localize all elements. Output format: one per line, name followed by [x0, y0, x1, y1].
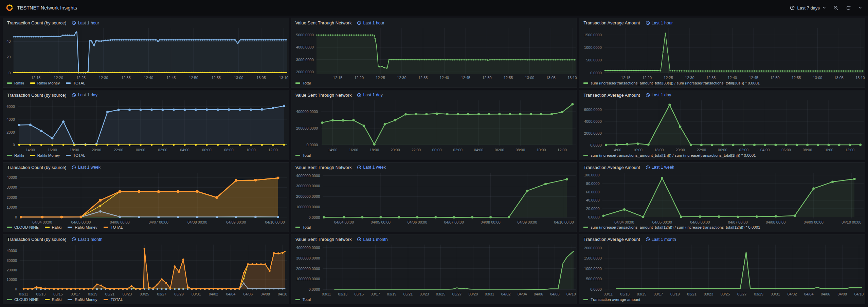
- panel: Transaction Count (by source)Last 1 day0…: [3, 90, 289, 160]
- svg-text:03/11: 03/11: [19, 292, 28, 296]
- legend-item[interactable]: TOTAL: [66, 153, 85, 157]
- legend-item[interactable]: sum (increase(transactions_amount_total[…: [583, 81, 760, 85]
- panel-timerange-link[interactable]: Last 1 hour: [72, 21, 99, 25]
- legend-item[interactable]: TOTAL: [104, 298, 123, 302]
- grafana-logo[interactable]: [6, 4, 13, 11]
- chart-area[interactable]: 020004000600014:0016:0018:0020:0022:0000…: [3, 98, 289, 153]
- svg-text:04/08: 04/08: [550, 292, 560, 296]
- zoom-out-icon: [833, 5, 838, 11]
- panel-header[interactable]: Transaction Average AmountLast 1 month: [579, 234, 865, 242]
- svg-text:03/19: 03/19: [88, 292, 97, 296]
- chart-area[interactable]: 0.00001000000.00002000000.00003000000.00…: [291, 170, 577, 225]
- legend-item[interactable]: Rafiki: [7, 153, 24, 157]
- panel: Value Sent Through NetworkLast 1 day0.00…: [291, 90, 577, 160]
- panel-legend: Total: [291, 153, 577, 160]
- legend-item[interactable]: Total: [295, 298, 311, 302]
- legend-item[interactable]: sum (increase(transactions_amount_total[…: [583, 153, 756, 157]
- svg-text:16:00: 16:00: [633, 148, 643, 152]
- svg-text:2000000.0000: 2000000.0000: [296, 194, 320, 198]
- panel-timerange-label: Last 1 hour: [363, 21, 384, 25]
- panel: Value Sent Through NetworkLast 1 week0.0…: [291, 162, 577, 232]
- chart-area[interactable]: 0.0000200000.0000400000.000014:0016:0018…: [291, 98, 577, 153]
- svg-text:03/31: 03/31: [192, 292, 201, 296]
- panel-title: Transaction Average Amount: [583, 165, 640, 170]
- panel: Transaction Average AmountLast 1 hour0.0…: [579, 18, 865, 88]
- chart-area[interactable]: 0.000020.000040.000060.000080.0000100.00…: [579, 170, 865, 225]
- panel-timerange-link[interactable]: Last 1 day: [646, 93, 671, 97]
- time-range-picker[interactable]: Last 7 days: [790, 5, 826, 11]
- panel-timerange-link[interactable]: Last 1 week: [646, 165, 674, 170]
- panel-header[interactable]: Transaction Count (by source)Last 1 day: [3, 90, 289, 98]
- svg-text:08:00: 08:00: [224, 148, 234, 152]
- legend-item[interactable]: Rafiki: [45, 298, 62, 302]
- legend-item[interactable]: Rafiki Money: [68, 298, 97, 302]
- chart-area[interactable]: 0.0000500.00001000.00001500.00002000.000…: [579, 242, 865, 297]
- legend-item[interactable]: Transaction average amount: [583, 298, 640, 302]
- panel-timerange-link[interactable]: Last 1 week: [72, 165, 101, 170]
- legend-label: Total: [303, 298, 311, 302]
- chart-area[interactable]: 01000020000300004000003/1103/1303/1503/1…: [3, 242, 289, 297]
- chart-area[interactable]: 2000.00003000.00004000.00005000.000012:1…: [291, 25, 577, 81]
- legend-item[interactable]: Rafiki: [45, 225, 62, 229]
- legend-item[interactable]: CLOUD-NINE: [7, 225, 39, 229]
- panel-header[interactable]: Value Sent Through NetworkLast 1 hour: [291, 18, 577, 25]
- legend-item[interactable]: Rafiki Money: [30, 81, 60, 85]
- panel-grid: Transaction Count (by source)Last 1 hour…: [0, 16, 868, 307]
- chevron-down-icon: [822, 6, 826, 9]
- panel-header[interactable]: Transaction Count (by source)Last 1 hour: [3, 18, 289, 25]
- legend-swatch: [30, 82, 35, 84]
- svg-text:12:50: 12:50: [770, 76, 780, 80]
- legend-item[interactable]: Rafiki Money: [30, 153, 60, 157]
- svg-text:04/10: 04/10: [566, 292, 576, 296]
- legend-item[interactable]: TOTAL: [66, 81, 85, 85]
- legend-item[interactable]: Rafiki Money: [68, 225, 97, 229]
- svg-text:04/04 00:00: 04/04 00:00: [334, 220, 354, 224]
- svg-text:08:00: 08:00: [803, 148, 812, 152]
- panel-timerange-link[interactable]: Last 1 day: [72, 93, 97, 97]
- panel-title: Value Sent Through Network: [295, 20, 352, 25]
- svg-text:0.0000: 0.0000: [588, 215, 600, 219]
- panel-header[interactable]: Value Sent Through NetworkLast 1 month: [291, 234, 577, 242]
- panel-timerange-link[interactable]: Last 1 month: [646, 237, 676, 242]
- svg-text:0: 0: [13, 143, 15, 147]
- chart-area[interactable]: 0.00002000.00004000.00006000.000014:0016…: [579, 98, 865, 153]
- svg-text:13:10: 13:10: [856, 76, 865, 80]
- panel-timerange-link[interactable]: Last 1 hour: [357, 21, 384, 25]
- panel-header[interactable]: Transaction Count (by source)Last 1 week: [3, 162, 289, 170]
- svg-text:3000000.0000: 3000000.0000: [296, 184, 320, 188]
- panel-header[interactable]: Transaction Average AmountLast 1 hour: [579, 18, 865, 25]
- panel-header[interactable]: Transaction Average AmountLast 1 week: [579, 162, 865, 170]
- zoom-out-button[interactable]: [833, 5, 838, 11]
- svg-text:03/11: 03/11: [322, 292, 331, 296]
- legend-item[interactable]: Rafiki: [7, 81, 24, 85]
- panel-timerange-link[interactable]: Last 1 month: [72, 237, 102, 242]
- panel-timerange-link[interactable]: Last 1 week: [357, 165, 386, 170]
- legend-item[interactable]: Total: [295, 225, 311, 229]
- legend-item[interactable]: CLOUD-NINE: [7, 298, 39, 302]
- legend-item[interactable]: Total: [295, 81, 311, 85]
- svg-text:0.0000: 0.0000: [590, 287, 602, 291]
- chart-area[interactable]: 0204012:1512:2012:2512:3012:3512:4012:45…: [3, 25, 289, 81]
- refresh-button[interactable]: [846, 5, 851, 11]
- panel-timerange-link[interactable]: Last 1 day: [357, 93, 383, 97]
- chart-area[interactable]: 0.0000500.00001000.00001500.000012:1512:…: [579, 25, 865, 81]
- panel-timerange-link[interactable]: Last 1 month: [357, 237, 387, 242]
- panel-header[interactable]: Transaction Count (by source)Last 1 mont…: [3, 234, 289, 242]
- chart-area[interactable]: 01000020000300004000004/04 00:0004/05 00…: [3, 170, 289, 225]
- svg-text:14:00: 14:00: [328, 148, 337, 152]
- svg-text:1000000.0000: 1000000.0000: [296, 205, 320, 209]
- panel-header[interactable]: Value Sent Through NetworkLast 1 day: [291, 90, 577, 98]
- panel-header[interactable]: Transaction Average AmountLast 1 day: [579, 90, 865, 98]
- svg-text:03/15: 03/15: [354, 292, 364, 296]
- panel-timerange-label: Last 1 day: [78, 93, 97, 97]
- svg-text:04/09 00:00: 04/09 00:00: [226, 220, 246, 224]
- panel-header[interactable]: Value Sent Through NetworkLast 1 week: [291, 162, 577, 170]
- svg-text:2000.0000: 2000.0000: [296, 70, 313, 74]
- legend-item[interactable]: Total: [295, 153, 311, 157]
- refresh-interval-dropdown[interactable]: [858, 6, 862, 9]
- chart-area[interactable]: 0.00001000000.00002000000.00003000000.00…: [291, 242, 577, 297]
- legend-item[interactable]: sum (increase(transactions_amount_total[…: [583, 225, 760, 229]
- panel: Value Sent Through NetworkLast 1 hour200…: [291, 18, 577, 88]
- panel-timerange-link[interactable]: Last 1 hour: [646, 21, 673, 25]
- legend-item[interactable]: TOTAL: [104, 225, 123, 229]
